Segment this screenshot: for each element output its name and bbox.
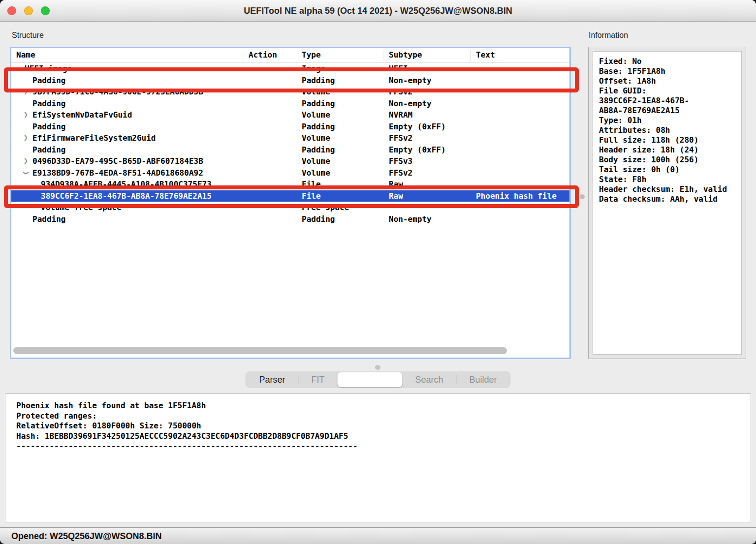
- table-row[interactable]: PaddingPaddingNon-empty: [11, 213, 569, 225]
- table-row[interactable]: ❯EfiFirmwareFileSystem2GuidVolumeFFSv2: [11, 132, 569, 144]
- table-row[interactable]: Volume free spaceFree space: [11, 202, 569, 213]
- cell-type: Padding: [302, 144, 335, 156]
- table-row[interactable]: ❯0496D33D-EA79-495C-B65D-ABF607184E3BVol…: [11, 155, 569, 167]
- cell-type: Padding: [302, 213, 335, 225]
- status-text: Opened: W25Q256JW@WSON8.BIN: [11, 528, 162, 544]
- cell-type: Free space: [302, 202, 349, 213]
- table-row[interactable]: PaddingPaddingEmpty (0xFF): [11, 121, 569, 133]
- cell-subtype: FFSv3: [389, 155, 412, 167]
- column-header-action[interactable]: Action: [249, 50, 277, 60]
- cell-name: 9B7FA59D-71C6-4A36-906E-9725EA6ADD5B: [32, 86, 203, 98]
- cell-name: UEFI image: [25, 63, 72, 75]
- cell-subtype: NVRAM: [389, 109, 412, 121]
- cell-subtype: Empty (0xFF): [389, 121, 446, 133]
- tab-fit[interactable]: FIT: [298, 372, 337, 387]
- cell-name: EfiFirmwareFileSystem2Guid: [32, 132, 156, 144]
- chevron-right-icon[interactable]: ❯: [24, 132, 28, 144]
- app-window: UEFITool NE alpha 59 (Oct 14 2021) - W25…: [0, 0, 756, 544]
- tree-rows: ❯UEFI imageImageUEFIPaddingPaddingNon-em…: [11, 63, 569, 358]
- cell-type: Volume: [302, 167, 330, 179]
- cell-type: Volume: [302, 86, 330, 98]
- cell-name: Padding: [32, 144, 65, 156]
- cell-subtype: Non-empty: [389, 75, 432, 87]
- cell-type: File: [302, 179, 321, 190]
- table-row[interactable]: ❯EfiSystemNvDataFvGuidVolumeNVRAM: [11, 109, 569, 121]
- parser-output-text: Phoenix hash file found at base 1F5F1A8h…: [5, 394, 751, 452]
- information-text: Fixed: No Base: 1F5F1A8h Offset: 1A8h Fi…: [593, 52, 741, 204]
- cell-name: E9138BD9-767B-4EDA-8F51-4AD618680A92: [32, 167, 203, 179]
- table-row[interactable]: PaddingPaddingNon-empty: [11, 75, 569, 87]
- table-row[interactable]: ❯UEFI imageImageUEFI: [11, 63, 569, 75]
- column-header-type[interactable]: Type: [302, 50, 321, 60]
- cell-subtype: Raw: [389, 190, 403, 202]
- chevron-right-icon[interactable]: ❯: [24, 86, 28, 98]
- structure-tree[interactable]: Name Action Type Subtype Text ❯UEFI imag…: [10, 47, 571, 359]
- cell-subtype: Empty (0xFF): [389, 144, 446, 156]
- tree-column-headers[interactable]: Name Action Type Subtype Text: [11, 48, 569, 63]
- cell-subtype: FFSv2: [389, 132, 412, 144]
- cell-type: File: [302, 190, 321, 202]
- cell-type: Padding: [302, 98, 335, 110]
- table-row[interactable]: 934D938A-AEFB-4445-A108-4B100C375E73File…: [11, 179, 569, 190]
- chevron-down-icon[interactable]: ❯: [12, 66, 24, 71]
- chevron-right-icon[interactable]: ❯: [24, 109, 28, 121]
- cell-name: Padding: [32, 75, 65, 87]
- parser-output-panel[interactable]: Phoenix hash file found at base 1F5F1A8h…: [5, 393, 751, 522]
- cell-subtype: Raw: [389, 179, 403, 190]
- vertical-splitter-handle[interactable]: [580, 194, 585, 199]
- table-row[interactable]: 389CC6F2-1EA8-467B-AB8A-78E769AE2A15File…: [11, 190, 569, 202]
- column-header-subtype[interactable]: Subtype: [389, 50, 422, 60]
- cell-text: Phoenix hash file: [476, 190, 557, 202]
- table-row[interactable]: PaddingPaddingEmpty (0xFF): [11, 144, 569, 156]
- cell-subtype: FFSv2: [389, 86, 412, 98]
- cell-type: Image: [302, 63, 325, 75]
- chevron-down-icon[interactable]: ❯: [20, 171, 32, 175]
- horizontal-splitter-handle[interactable]: [375, 365, 380, 370]
- cell-name: 0496D33D-EA79-495C-B65D-ABF607184E3B: [32, 155, 203, 167]
- cell-name: Padding: [32, 213, 65, 225]
- cell-type: Padding: [302, 75, 335, 87]
- cell-name: Padding: [32, 121, 65, 133]
- chevron-right-icon[interactable]: ❯: [24, 155, 28, 167]
- tab-builder[interactable]: Builder: [457, 372, 510, 387]
- cell-type: Volume: [302, 155, 330, 167]
- cell-name: Padding: [32, 98, 65, 110]
- tab-search[interactable]: Search: [402, 372, 456, 387]
- cell-type: Volume: [302, 109, 330, 121]
- cell-name: 934D938A-AEFB-4445-A108-4B100C375E73: [41, 179, 212, 190]
- cell-type: Padding: [302, 121, 335, 133]
- information-panel-label: Information: [589, 31, 628, 40]
- bottom-tab-bar: ParserFITSearchBuilder: [245, 371, 510, 388]
- cell-subtype: FFSv2: [389, 167, 412, 179]
- table-row[interactable]: ❯9B7FA59D-71C6-4A36-906E-9725EA6ADD5BVol…: [11, 86, 569, 98]
- structure-panel-label: Structure: [12, 31, 44, 40]
- cell-subtype: Non-empty: [389, 98, 432, 110]
- cell-subtype: UEFI: [389, 63, 408, 75]
- cell-name: EfiSystemNvDataFvGuid: [32, 109, 132, 121]
- column-header-text[interactable]: Text: [476, 50, 495, 60]
- column-header-name[interactable]: Name: [16, 50, 35, 60]
- title-bar: UEFITool NE alpha 59 (Oct 14 2021) - W25…: [0, 0, 756, 22]
- cell-name: Volume free space: [41, 202, 122, 213]
- cell-name: 389CC6F2-1EA8-467B-AB8A-78E769AE2A15: [41, 190, 212, 202]
- cell-subtype: Non-empty: [389, 213, 432, 225]
- status-bar: Opened: W25Q256JW@WSON8.BIN: [0, 527, 756, 544]
- information-card: Fixed: No Base: 1F5F1A8h Offset: 1A8h Fi…: [593, 51, 742, 355]
- table-row[interactable]: ❯E9138BD9-767B-4EDA-8F51-4AD618680A92Vol…: [11, 167, 569, 179]
- information-panel: Fixed: No Base: 1F5F1A8h Offset: 1A8h Fi…: [588, 47, 746, 359]
- cell-type: Volume: [302, 132, 330, 144]
- table-row[interactable]: PaddingPaddingNon-empty: [11, 98, 569, 110]
- tab-parser[interactable]: Parser: [246, 372, 298, 387]
- window-title: UEFITool NE alpha 59 (Oct 14 2021) - W25…: [0, 0, 756, 22]
- tab-blank[interactable]: [337, 372, 402, 387]
- horizontal-scrollbar[interactable]: [13, 347, 507, 354]
